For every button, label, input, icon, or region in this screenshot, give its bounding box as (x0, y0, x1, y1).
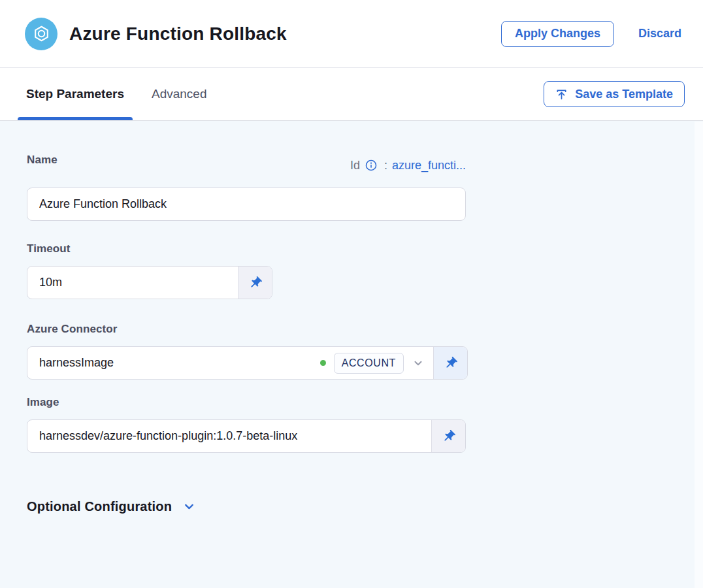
image-pin-button[interactable] (431, 420, 465, 452)
tab-advanced[interactable]: Advanced (152, 68, 207, 120)
pushpin-icon (248, 276, 263, 290)
name-input[interactable] (27, 188, 466, 221)
optional-configuration-label: Optional Configuration (27, 499, 172, 514)
connector-pin-button[interactable] (433, 347, 467, 379)
azure-function-step-icon (25, 18, 57, 50)
pushpin-icon (442, 429, 456, 444)
timeout-label: Timeout (27, 242, 703, 255)
timeout-pin-button[interactable] (238, 267, 272, 299)
header-actions: Apply Changes Discard (501, 21, 681, 47)
panel-header: Azure Function Rollback Apply Changes Di… (0, 0, 703, 68)
optional-configuration-toggle[interactable]: Optional Configuration (27, 499, 196, 514)
tab-bar: Step Parameters Advanced Save as Templat… (0, 68, 703, 121)
page-title: Azure Function Rollback (69, 24, 287, 44)
image-label: Image (27, 396, 703, 409)
step-id-row: Id : azure_functi... (350, 159, 466, 172)
save-as-template-label: Save as Template (575, 88, 673, 101)
active-tab-underline (18, 117, 133, 120)
header-title-group: Azure Function Rollback (25, 18, 287, 50)
tab-advanced-label: Advanced (152, 87, 207, 101)
pushpin-icon (444, 356, 458, 370)
timeout-field: Timeout (27, 242, 703, 299)
apply-changes-button[interactable]: Apply Changes (501, 21, 614, 47)
step-parameters-form: Name Id : azure_functi... (0, 121, 703, 514)
id-separator: : (384, 159, 387, 172)
info-icon[interactable] (365, 159, 378, 172)
timeout-input[interactable] (27, 266, 272, 299)
azure-connector-label: Azure Connector (27, 323, 703, 336)
tab-step-parameters-label: Step Parameters (26, 87, 124, 101)
connector-scope-badge: ACCOUNT (334, 353, 404, 374)
image-field: Image (27, 396, 703, 453)
step-id-value[interactable]: azure_functi... (392, 159, 466, 172)
name-label: Name (27, 154, 57, 167)
chevron-down-icon (182, 500, 196, 514)
connector-dropdown-chevron-icon[interactable] (412, 357, 425, 370)
tab-step-parameters[interactable]: Step Parameters (26, 68, 124, 120)
image-input[interactable] (27, 419, 466, 453)
connector-status-dot (320, 360, 326, 366)
save-as-template-button[interactable]: Save as Template (544, 81, 685, 107)
azure-connector-field: Azure Connector ACCOUNT (27, 323, 703, 380)
step-config-panel: Azure Function Rollback Apply Changes Di… (0, 0, 703, 588)
scroll-gutter (695, 122, 703, 588)
connector-adornments: ACCOUNT (320, 346, 425, 380)
upload-icon (555, 88, 568, 101)
id-label: Id (350, 159, 360, 172)
discard-button[interactable]: Discard (638, 27, 681, 41)
name-field: Name Id : azure_functi... (27, 154, 703, 221)
